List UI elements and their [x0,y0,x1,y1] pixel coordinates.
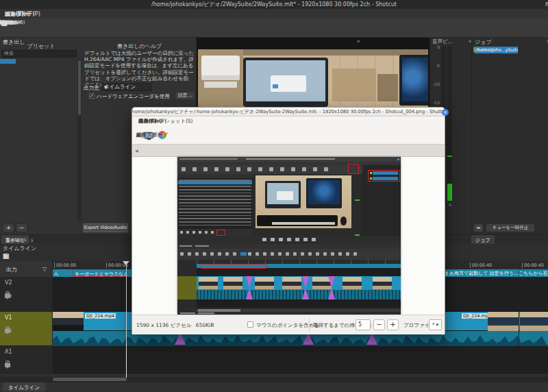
panel-close-icon[interactable]: × [357,38,360,43]
db-scale-label: -15 [430,100,440,105]
hide-icon[interactable] [5,328,12,333]
track-header-v2[interactable]: V2 [0,277,53,312]
delay-decrement-button[interactable]: − [373,319,385,330]
playhead[interactable] [126,261,127,378]
chevron-down-icon[interactable]: ▼ [139,133,142,138]
main-toolbar: ▤ファイルを開く(O)◈New Generator◫保存(S)↶元に戻す(U)↷… [0,19,548,38]
remove-preset-button[interactable]: − [16,223,27,232]
inner-tl-glyph [293,252,297,256]
db-scale-label: 0 [430,45,440,49]
inner-tl-glyph [316,252,319,256]
toolbar-button[interactable]: ▣Subtitles [1,19,7,20]
left-dock-tabs-tab[interactable]: Subtitles [1,235,31,243]
inner-transport-glyph [262,238,266,241]
shutter-titlebar[interactable]: /home/johokankyo/ピクチャ/-home-johokankyo-ビ… [132,108,445,117]
split-icon[interactable]: ◫ [3,252,9,260]
inner-glyph [205,231,208,234]
include-pointer-checkbox[interactable] [247,321,253,328]
export-video-audio-button[interactable]: Export Video/Audio [83,223,128,232]
job-item[interactable]: ✓ /home/joho...ySuite.mp 00:02:05 [473,45,547,54]
shutter-menubar: ファイル(F)編集(E)表示(V)スクリーンショット(S)移動(G)ヘルプ(H) [132,117,445,126]
delay-increment-button[interactable]: + [387,319,399,330]
output-track-header[interactable]: 出力 ▽ [0,261,53,277]
preset-item[interactable]: D10 (SD NTSC) [0,59,23,64]
hide-icon[interactable] [5,293,12,298]
inner-toolbar-glyph [192,167,197,171]
jobs-tabs-tab[interactable]: ジョブ [471,235,495,244]
image-dimensions: 1590 x 1136 ピクセル [136,322,191,328]
add-preset-button[interactable]: + [3,223,14,232]
preset-scrollbar[interactable] [77,59,82,221]
inner-tl-glyph [301,252,304,256]
close-icon[interactable]: × [545,1,548,7]
encoder-settings-button[interactable]: 設定... [175,91,195,100]
db-scale-label: -10 [430,82,440,86]
preview-scene-printer [201,56,240,80]
subtitle-segment-selected[interactable]: キーボードとマウスなんて [73,269,128,277]
meter-trough-right [447,47,452,201]
clip-thumbnail [53,312,84,331]
profile-value: * [432,322,435,328]
inner-clip-thumbnail [199,277,218,289]
clip-thumbnail [520,312,548,331]
menu-item[interactable]: ヘルプ(H) [0,10,35,18]
pause-queue-button[interactable]: キューを一時停止 [486,223,535,232]
close-icon[interactable]: ✕ [442,109,449,116]
hardware-encoder-checkbox[interactable]: ✓ [89,93,95,99]
shutter-window: /home/johokankyo/ピクチャ/-home-johokankyo-ビ… [132,107,445,334]
timeline-scrollbar-thumb[interactable] [53,378,127,381]
include-pointer-label: マウスのポインタを含める [256,322,319,329]
capture-delay-input[interactable]: 5 [356,319,371,330]
inner-transition-marker [328,276,335,299]
ruler-timestamp: 00:00:00 [54,262,76,268]
tab-scroll-left-icon[interactable]: ◀ [134,148,140,156]
from-select[interactable]: タイムライン ▼ [101,83,152,91]
inner-close-icon [397,158,399,160]
profile-select[interactable]: * ▾ [429,319,442,330]
inner-glyph [180,231,183,234]
filter-icon[interactable]: ▽ [42,266,47,272]
clip-thumbnail [488,312,519,331]
channel-label: R [449,202,451,207]
preset-search-input[interactable]: 検索 [1,50,77,58]
subtitle-segment[interactable]: ん [54,270,59,277]
mute-icon[interactable] [5,363,8,367]
main-menubar: ファイル(F)編集(E)表示(V)プレイヤー(P)設定(S)ヘルプ(H) [0,9,548,19]
inner-tl-glyph [353,252,357,256]
inner-transport-glyph [287,238,291,241]
track-a1-content[interactable] [53,346,548,373]
inner-transition-marker [302,276,309,299]
inner-dock-tabs [177,244,401,249]
meter-peak-hold [447,156,452,157]
export-help-text: デフォルトでは大抵のユーザーの目的に沿った H.264/AAC MP4 ファイル… [84,50,194,88]
inner-glyph [211,231,214,234]
laptop-screen-2 [402,58,428,101]
inner-tl-glyph [248,252,251,256]
inner-screenshot [177,157,401,315]
presets-title: プリセット [0,42,82,50]
inner-toolbar-glyph [302,167,306,171]
shutter-title: /home/johokankyo/ピクチャ/-home-johokankyo-ビ… [132,108,445,115]
inner-toolbar-glyph [269,167,273,171]
menu-item[interactable]: ヘルプ(H) [135,118,166,125]
track-header-a1[interactable]: A1 [0,346,53,373]
jobs-panel: ジョブ ▫ × ✓ /home/joho...ySuite.mp 00:02:0… [471,38,548,234]
from-label: 出力元 [84,85,99,92]
jobs-menu-button[interactable]: ≡ [473,223,484,232]
subtitle-segment-right[interactable]: ...まあ両方で起動して 設定を行う...こちらから右 [440,270,548,277]
inner-transition-marker [246,276,253,299]
timeline-bottom-tabs-tab[interactable]: タイムライン [3,382,45,391]
inner-toolbar-glyph [324,167,328,171]
db-scale-label: -5 [430,63,440,68]
inner-glyph [186,231,189,234]
inner-track-v1 [177,276,197,299]
inner-toolbar-glyph [203,167,208,171]
ruler-timestamp: 00:00:45 [522,262,544,268]
inner-clip-thumbnail [373,277,392,289]
highlight-box-list-icon [216,230,225,236]
inner-toolbar-glyph [258,167,262,171]
job-duration: 00:02:05 [475,47,493,52]
inner-toolbar-glyph [182,167,186,171]
track-header-v1[interactable]: V1 [0,312,53,346]
scrollbar-thumb[interactable] [78,60,81,115]
